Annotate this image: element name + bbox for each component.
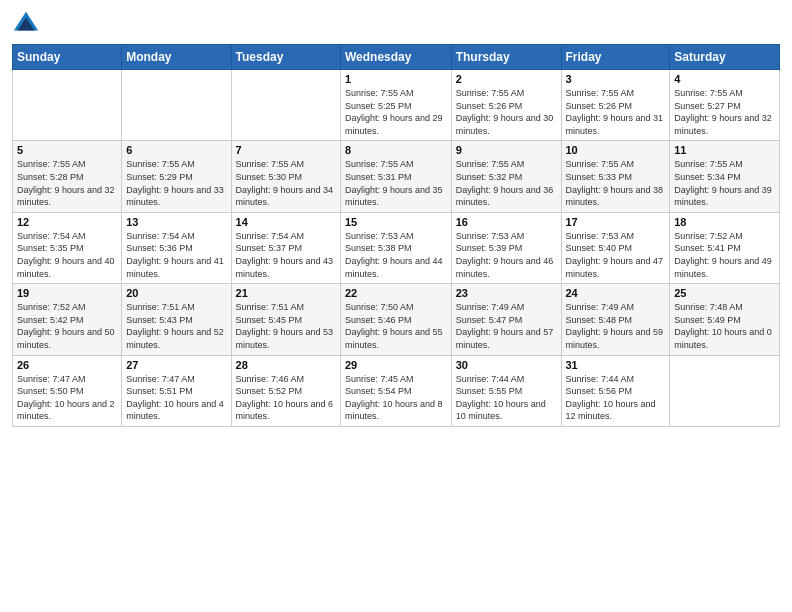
calendar-cell: 28Sunrise: 7:46 AMSunset: 5:52 PMDayligh…: [231, 355, 340, 426]
calendar-cell: 3Sunrise: 7:55 AMSunset: 5:26 PMDaylight…: [561, 70, 670, 141]
cell-info: Sunrise: 7:44 AMSunset: 5:55 PMDaylight:…: [456, 373, 557, 423]
cell-day-number: 13: [126, 216, 226, 228]
weekday-header: Saturday: [670, 45, 780, 70]
weekday-header: Sunday: [13, 45, 122, 70]
calendar-cell: 10Sunrise: 7:55 AMSunset: 5:33 PMDayligh…: [561, 141, 670, 212]
calendar-week-row: 5Sunrise: 7:55 AMSunset: 5:28 PMDaylight…: [13, 141, 780, 212]
cell-day-number: 27: [126, 359, 226, 371]
logo: [12, 10, 44, 38]
calendar-cell: 8Sunrise: 7:55 AMSunset: 5:31 PMDaylight…: [341, 141, 452, 212]
cell-info: Sunrise: 7:53 AMSunset: 5:38 PMDaylight:…: [345, 230, 447, 280]
calendar-cell: [13, 70, 122, 141]
cell-info: Sunrise: 7:49 AMSunset: 5:48 PMDaylight:…: [566, 301, 666, 351]
cell-info: Sunrise: 7:55 AMSunset: 5:34 PMDaylight:…: [674, 158, 775, 208]
calendar-cell: 13Sunrise: 7:54 AMSunset: 5:36 PMDayligh…: [122, 212, 231, 283]
cell-day-number: 7: [236, 144, 336, 156]
cell-day-number: 25: [674, 287, 775, 299]
cell-day-number: 17: [566, 216, 666, 228]
cell-info: Sunrise: 7:53 AMSunset: 5:40 PMDaylight:…: [566, 230, 666, 280]
calendar-cell: 2Sunrise: 7:55 AMSunset: 5:26 PMDaylight…: [451, 70, 561, 141]
calendar-cell: 25Sunrise: 7:48 AMSunset: 5:49 PMDayligh…: [670, 284, 780, 355]
cell-day-number: 4: [674, 73, 775, 85]
calendar-cell: [670, 355, 780, 426]
cell-day-number: 16: [456, 216, 557, 228]
cell-info: Sunrise: 7:55 AMSunset: 5:25 PMDaylight:…: [345, 87, 447, 137]
page-header: [12, 10, 780, 38]
cell-info: Sunrise: 7:45 AMSunset: 5:54 PMDaylight:…: [345, 373, 447, 423]
cell-day-number: 15: [345, 216, 447, 228]
calendar-week-row: 1Sunrise: 7:55 AMSunset: 5:25 PMDaylight…: [13, 70, 780, 141]
cell-day-number: 9: [456, 144, 557, 156]
calendar-cell: 4Sunrise: 7:55 AMSunset: 5:27 PMDaylight…: [670, 70, 780, 141]
cell-day-number: 14: [236, 216, 336, 228]
calendar-cell: 19Sunrise: 7:52 AMSunset: 5:42 PMDayligh…: [13, 284, 122, 355]
cell-info: Sunrise: 7:54 AMSunset: 5:36 PMDaylight:…: [126, 230, 226, 280]
calendar-cell: 24Sunrise: 7:49 AMSunset: 5:48 PMDayligh…: [561, 284, 670, 355]
calendar-cell: 30Sunrise: 7:44 AMSunset: 5:55 PMDayligh…: [451, 355, 561, 426]
cell-info: Sunrise: 7:51 AMSunset: 5:45 PMDaylight:…: [236, 301, 336, 351]
weekday-header: Monday: [122, 45, 231, 70]
calendar-cell: 14Sunrise: 7:54 AMSunset: 5:37 PMDayligh…: [231, 212, 340, 283]
cell-info: Sunrise: 7:55 AMSunset: 5:33 PMDaylight:…: [566, 158, 666, 208]
cell-day-number: 30: [456, 359, 557, 371]
cell-day-number: 19: [17, 287, 117, 299]
cell-info: Sunrise: 7:55 AMSunset: 5:26 PMDaylight:…: [566, 87, 666, 137]
weekday-header: Thursday: [451, 45, 561, 70]
cell-day-number: 2: [456, 73, 557, 85]
calendar-cell: 27Sunrise: 7:47 AMSunset: 5:51 PMDayligh…: [122, 355, 231, 426]
calendar-cell: 9Sunrise: 7:55 AMSunset: 5:32 PMDaylight…: [451, 141, 561, 212]
cell-info: Sunrise: 7:49 AMSunset: 5:47 PMDaylight:…: [456, 301, 557, 351]
weekday-header: Friday: [561, 45, 670, 70]
cell-info: Sunrise: 7:47 AMSunset: 5:50 PMDaylight:…: [17, 373, 117, 423]
cell-info: Sunrise: 7:54 AMSunset: 5:35 PMDaylight:…: [17, 230, 117, 280]
cell-day-number: 6: [126, 144, 226, 156]
cell-day-number: 26: [17, 359, 117, 371]
cell-day-number: 20: [126, 287, 226, 299]
calendar-cell: 16Sunrise: 7:53 AMSunset: 5:39 PMDayligh…: [451, 212, 561, 283]
cell-info: Sunrise: 7:51 AMSunset: 5:43 PMDaylight:…: [126, 301, 226, 351]
weekday-header: Wednesday: [341, 45, 452, 70]
calendar-header-row: SundayMondayTuesdayWednesdayThursdayFrid…: [13, 45, 780, 70]
calendar-cell: 7Sunrise: 7:55 AMSunset: 5:30 PMDaylight…: [231, 141, 340, 212]
calendar-week-row: 26Sunrise: 7:47 AMSunset: 5:50 PMDayligh…: [13, 355, 780, 426]
cell-day-number: 21: [236, 287, 336, 299]
cell-day-number: 22: [345, 287, 447, 299]
calendar-cell: 5Sunrise: 7:55 AMSunset: 5:28 PMDaylight…: [13, 141, 122, 212]
cell-day-number: 18: [674, 216, 775, 228]
cell-day-number: 28: [236, 359, 336, 371]
cell-day-number: 3: [566, 73, 666, 85]
cell-info: Sunrise: 7:55 AMSunset: 5:32 PMDaylight:…: [456, 158, 557, 208]
cell-info: Sunrise: 7:55 AMSunset: 5:30 PMDaylight:…: [236, 158, 336, 208]
cell-info: Sunrise: 7:54 AMSunset: 5:37 PMDaylight:…: [236, 230, 336, 280]
cell-info: Sunrise: 7:48 AMSunset: 5:49 PMDaylight:…: [674, 301, 775, 351]
calendar-cell: 29Sunrise: 7:45 AMSunset: 5:54 PMDayligh…: [341, 355, 452, 426]
cell-info: Sunrise: 7:50 AMSunset: 5:46 PMDaylight:…: [345, 301, 447, 351]
cell-day-number: 29: [345, 359, 447, 371]
cell-info: Sunrise: 7:53 AMSunset: 5:39 PMDaylight:…: [456, 230, 557, 280]
calendar-cell: 18Sunrise: 7:52 AMSunset: 5:41 PMDayligh…: [670, 212, 780, 283]
calendar-cell: 21Sunrise: 7:51 AMSunset: 5:45 PMDayligh…: [231, 284, 340, 355]
calendar-cell: 31Sunrise: 7:44 AMSunset: 5:56 PMDayligh…: [561, 355, 670, 426]
calendar-cell: [231, 70, 340, 141]
logo-icon: [12, 10, 40, 38]
cell-info: Sunrise: 7:55 AMSunset: 5:31 PMDaylight:…: [345, 158, 447, 208]
calendar-cell: 11Sunrise: 7:55 AMSunset: 5:34 PMDayligh…: [670, 141, 780, 212]
calendar-cell: [122, 70, 231, 141]
weekday-header: Tuesday: [231, 45, 340, 70]
cell-day-number: 8: [345, 144, 447, 156]
cell-info: Sunrise: 7:47 AMSunset: 5:51 PMDaylight:…: [126, 373, 226, 423]
cell-day-number: 31: [566, 359, 666, 371]
calendar-cell: 6Sunrise: 7:55 AMSunset: 5:29 PMDaylight…: [122, 141, 231, 212]
cell-day-number: 1: [345, 73, 447, 85]
calendar-cell: 15Sunrise: 7:53 AMSunset: 5:38 PMDayligh…: [341, 212, 452, 283]
calendar-week-row: 19Sunrise: 7:52 AMSunset: 5:42 PMDayligh…: [13, 284, 780, 355]
cell-day-number: 23: [456, 287, 557, 299]
page-container: SundayMondayTuesdayWednesdayThursdayFrid…: [0, 0, 792, 612]
calendar-cell: 12Sunrise: 7:54 AMSunset: 5:35 PMDayligh…: [13, 212, 122, 283]
cell-day-number: 10: [566, 144, 666, 156]
cell-info: Sunrise: 7:44 AMSunset: 5:56 PMDaylight:…: [566, 373, 666, 423]
cell-day-number: 11: [674, 144, 775, 156]
cell-day-number: 24: [566, 287, 666, 299]
cell-info: Sunrise: 7:52 AMSunset: 5:41 PMDaylight:…: [674, 230, 775, 280]
calendar-cell: 23Sunrise: 7:49 AMSunset: 5:47 PMDayligh…: [451, 284, 561, 355]
